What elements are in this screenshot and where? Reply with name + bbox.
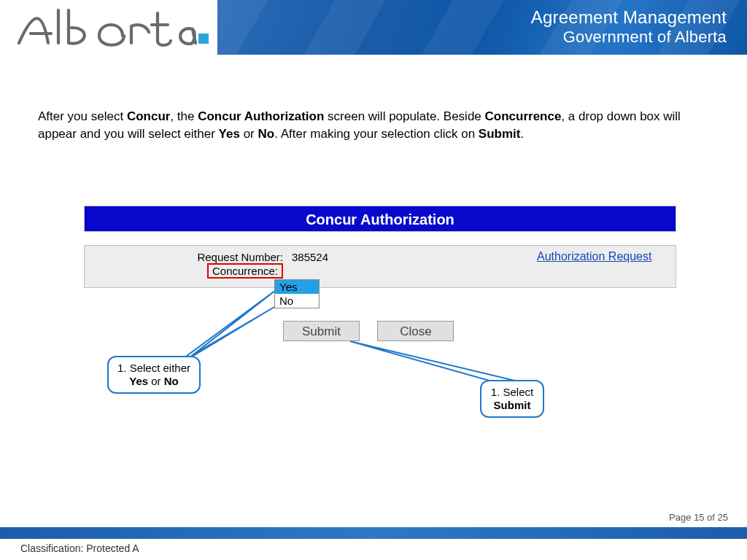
header-titles: Agreement Management Government of Alber… <box>531 7 727 47</box>
submit-button[interactable]: Submit <box>283 321 360 341</box>
t: , the <box>170 109 198 123</box>
panel-title: Concur Authorization <box>84 206 676 232</box>
dropdown-option-no[interactable]: No <box>275 294 319 308</box>
svg-rect-0 <box>198 34 209 44</box>
instruction-text: After you select Concur, the Concur Auth… <box>38 108 709 143</box>
concur-panel: Concur Authorization Request Number: 385… <box>84 206 676 288</box>
t: Submit <box>479 127 521 141</box>
t: . <box>520 127 524 141</box>
footer-bar <box>0 527 747 539</box>
t: Concur Authorization <box>198 109 324 123</box>
alberta-logo <box>13 3 210 54</box>
t: 1. Select either <box>116 362 192 375</box>
t: or <box>240 127 258 141</box>
t: . After making your selection click on <box>274 127 479 141</box>
t: 1. Select <box>489 386 535 399</box>
t: After you select <box>38 109 127 123</box>
header-title-1: Agreement Management <box>531 7 727 28</box>
t: Concurrence <box>485 109 562 123</box>
authorization-request-link[interactable]: Authorization Request <box>537 250 651 262</box>
page: Agreement Management Government of Alber… <box>0 0 747 560</box>
t: Yes <box>129 375 148 387</box>
svg-marker-3 <box>350 341 515 385</box>
t: Submit <box>494 399 531 411</box>
header: Agreement Management Government of Alber… <box>0 0 747 55</box>
dropdown-option-yes[interactable]: Yes <box>275 280 319 294</box>
svg-marker-1 <box>181 307 274 362</box>
button-row: Submit Close <box>283 321 468 341</box>
t: Yes <box>219 127 240 141</box>
page-indicator: Page 15 of 25 <box>669 512 728 523</box>
concurrence-label: Concurrence: <box>207 263 283 279</box>
header-title-2: Government of Alberta <box>531 28 727 47</box>
concurrence-dropdown[interactable]: Yes No <box>274 279 320 308</box>
callout-select-submit: 1. Select Submit <box>480 380 544 418</box>
request-number-label: Request Number: <box>85 251 289 263</box>
request-number-value: 385524 <box>289 251 406 263</box>
svg-marker-2 <box>181 290 276 360</box>
t: screen will populate. Beside <box>324 109 484 123</box>
t: No <box>258 127 274 141</box>
t: or <box>148 375 164 387</box>
t: No <box>164 375 179 387</box>
t: Concur <box>127 109 171 123</box>
panel-body: Request Number: 385524 Authorization Req… <box>84 245 676 288</box>
classification-label: Classification: Protected A <box>20 542 139 554</box>
callout-select-yes-no: 1. Select either Yes or No <box>107 356 201 394</box>
close-button[interactable]: Close <box>377 321 454 341</box>
